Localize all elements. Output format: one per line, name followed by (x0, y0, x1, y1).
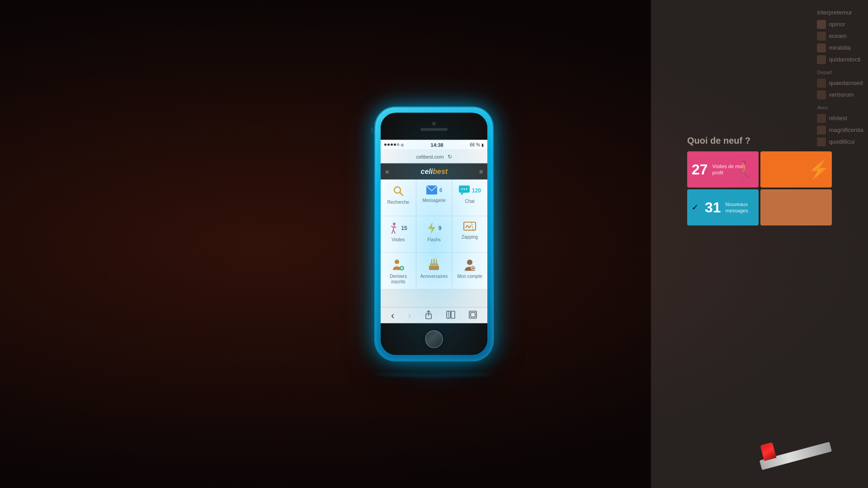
bg-list-label-6: quaedamsed (829, 77, 863, 89)
avatar-magnificentia (817, 126, 826, 135)
avatar-quidamdocti (817, 55, 826, 64)
bg-list-item-5: quidamdocti (817, 54, 863, 66)
bg-list-item-10: quodillicui (817, 136, 863, 148)
bg-list-label-10: quodillicui (829, 136, 854, 148)
messages-count: 31 (705, 199, 721, 216)
bg-list-label-7: verborum (829, 89, 854, 101)
avatar-verborum (817, 90, 826, 99)
avatar-opinor (817, 20, 826, 29)
quoi-card-visites[interactable]: 27 Visites de mon profil 🚶 (687, 151, 759, 188)
bg-list-item-9: magnificentia (817, 124, 863, 136)
right-panel: interpretemur opinor eceam mirabilia qui… (651, 0, 868, 488)
bg-list-label-3: eceam (829, 30, 846, 42)
quoi-de-neuf-section: Quoi de neuf ? 27 Visites de mon profil … (687, 136, 859, 225)
avatar-quaedamsed (817, 79, 826, 88)
bg-list-item-7: verborum (817, 89, 863, 101)
bg-list-label: interpretemur (817, 7, 852, 19)
avatar-mirabilia (817, 43, 826, 52)
avatar-quodillicui (817, 137, 826, 146)
bg-list-label-9: magnificentia (829, 124, 863, 136)
bg-list-item-8: nihilest (817, 113, 863, 124)
quoi-card-flash[interactable]: ⚡ (760, 151, 832, 188)
avatar-nihilest (817, 114, 826, 123)
bg-list-depart: Depart (817, 67, 863, 77)
check-icon: ✓ (692, 202, 698, 212)
flash-bg-icon: ⚡ (807, 159, 830, 180)
bg-list-item-3: eceam (817, 30, 863, 42)
bg-list-item-6: quaedamsed (817, 77, 863, 89)
avatar-eceam (817, 32, 826, 41)
visites-count: 27 (692, 161, 708, 178)
quoi-grid: 27 Visites de mon profil 🚶 ⚡ ✓ 31 Nouvea… (687, 151, 832, 225)
bg-list-item-4: mirabilia (817, 42, 863, 54)
bg-list-item-1: interpretemur (817, 7, 863, 19)
bg-list-label-8: nihilest (829, 113, 847, 124)
bg-list-label-2: opinor (829, 19, 845, 30)
quoi-card-messages[interactable]: ✓ 31 Nouveaux messages (687, 189, 759, 225)
messages-text: Nouveaux messages (726, 201, 754, 214)
phone-glow (362, 94, 506, 394)
quoi-card-gift[interactable] (760, 189, 832, 225)
phone-container: ⊜ 14:38 66 % ▮ celibest.com ↻ « (375, 108, 493, 381)
bg-list-label-5: quidamdocti (829, 54, 860, 66)
bg-list-avec: Avec (817, 103, 863, 113)
bg-list-item-2: opinor (817, 19, 863, 30)
bg-list-label-4: mirabilia (829, 42, 850, 54)
walk-icon: 🚶 (735, 160, 755, 179)
